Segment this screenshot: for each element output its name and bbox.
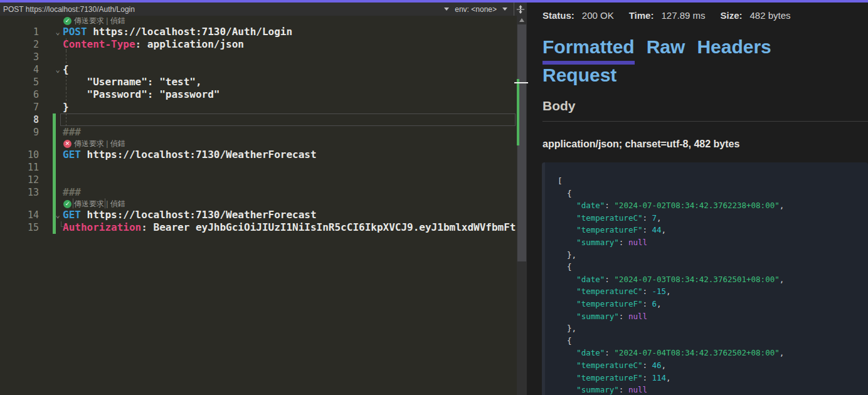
editor-line: 8 bbox=[0, 113, 516, 126]
split-layout-icon bbox=[516, 5, 525, 14]
editor-gutter: 15 bbox=[0, 221, 60, 234]
request-title: POST https://localhost:7130/Auth/Login bbox=[0, 5, 438, 14]
editor-line: 3 bbox=[0, 51, 516, 63]
code-line-content[interactable]: { bbox=[60, 63, 516, 76]
editor-gutter: 7 bbox=[0, 101, 60, 113]
content-type-summary: application/json; charset=utf-8, 482 byt… bbox=[542, 139, 868, 150]
git-change-bar bbox=[53, 161, 56, 174]
git-change-bar bbox=[53, 126, 56, 139]
tab-headers[interactable]: Headers bbox=[697, 36, 771, 61]
codelens-content: 傳送要求 | 偵錯 bbox=[60, 16, 516, 26]
line-number: 3 bbox=[0, 51, 39, 63]
editor-scrollbar[interactable] bbox=[517, 16, 527, 395]
codelens-row: 傳送要求 | 偵錯 bbox=[0, 139, 516, 149]
code-line-content[interactable]: "Username": "test", bbox=[60, 76, 516, 88]
debug-request-link[interactable]: 偵錯 bbox=[110, 199, 125, 209]
editor-line: 6 "Password": "password" bbox=[0, 88, 516, 101]
editor-line: 15Authorization: Bearer eyJhbGciOiJIUzI1… bbox=[0, 221, 516, 234]
codelens-content: 傳送要求 | 偵錯 bbox=[60, 139, 516, 149]
check-circle-icon bbox=[63, 200, 71, 208]
editor-gutter bbox=[0, 199, 60, 209]
line-number: 9 bbox=[0, 126, 39, 139]
send-request-link[interactable]: 傳送要求 bbox=[74, 199, 104, 209]
codelens-separator: | bbox=[104, 16, 110, 25]
line-number: 8 bbox=[0, 113, 39, 126]
code-line-content[interactable]: Authorization: Bearer eyJhbGciOiJIUzI1Ni… bbox=[60, 221, 516, 234]
debug-request-link[interactable]: 偵錯 bbox=[110, 139, 125, 149]
response-tabs: FormattedRawHeadersRequest bbox=[542, 36, 868, 89]
editor-rows: 傳送要求 | 偵錯1POST https://localhost:7130/Au… bbox=[0, 16, 516, 395]
editor-pane: POST https://localhost:7130/Auth/Login e… bbox=[0, 0, 527, 395]
code-line-content[interactable]: } bbox=[60, 101, 516, 113]
send-request-link[interactable]: 傳送要求 bbox=[74, 16, 104, 26]
response-json[interactable]: [ { "date": "2024-07-02T08:34:42.3762238… bbox=[542, 162, 868, 395]
editor-gutter: 2 bbox=[0, 38, 60, 51]
status-label: Status: bbox=[542, 10, 574, 21]
code-line-content[interactable]: ### bbox=[60, 126, 516, 139]
git-change-bar bbox=[53, 174, 56, 186]
tab-formatted[interactable]: Formatted bbox=[542, 36, 635, 65]
git-change-bar bbox=[53, 186, 56, 199]
scroll-up-icon[interactable] bbox=[519, 18, 524, 22]
line-number: 6 bbox=[0, 88, 39, 101]
editor-gutter: 11 bbox=[0, 161, 60, 174]
tab-request[interactable]: Request bbox=[542, 65, 617, 89]
x-circle-icon bbox=[63, 140, 71, 148]
line-number: 12 bbox=[0, 174, 39, 186]
editor-line: 14GET https://localhost:7130/WeatherFore… bbox=[0, 209, 516, 221]
code-line-content[interactable] bbox=[60, 174, 516, 186]
env-dropdown-chevron-icon[interactable] bbox=[502, 8, 507, 11]
overview-change-marker bbox=[517, 79, 519, 145]
time-value: 127.89 ms bbox=[661, 10, 705, 21]
code-line-content[interactable]: ### bbox=[60, 186, 516, 199]
check-circle-icon bbox=[63, 17, 71, 25]
indent-guide bbox=[66, 51, 66, 63]
editor-line: 11 bbox=[0, 161, 516, 174]
git-change-bar bbox=[53, 139, 56, 149]
code-line-content[interactable]: POST https://localhost:7130/Auth/Login bbox=[60, 26, 516, 38]
send-request-link[interactable]: 傳送要求 bbox=[74, 139, 104, 149]
editor-line: 13### bbox=[0, 186, 516, 199]
fold-guide bbox=[61, 221, 65, 227]
tab-raw[interactable]: Raw bbox=[647, 36, 685, 61]
line-number: 14 bbox=[0, 209, 39, 221]
editor-line: 12 bbox=[0, 174, 516, 186]
editor-gutter: 14 bbox=[0, 209, 60, 221]
editor-gutter: 5 bbox=[0, 76, 60, 88]
codelens-separator: | bbox=[104, 199, 110, 208]
editor-line: 10GET https://localhost:7130/WeatherFore… bbox=[0, 149, 516, 161]
code-line-content[interactable] bbox=[60, 51, 516, 63]
line-number: 11 bbox=[0, 161, 39, 174]
editor-line: 1POST https://localhost:7130/Auth/Login bbox=[0, 26, 516, 38]
git-change-bar bbox=[53, 113, 56, 126]
line-number: 4 bbox=[0, 63, 39, 76]
top-accent-bar bbox=[0, 0, 868, 3]
request-toolbar: POST https://localhost:7130/Auth/Login e… bbox=[0, 3, 527, 16]
body-heading: Body bbox=[542, 98, 868, 113]
code-line-content[interactable]: "Password": "password" bbox=[60, 88, 516, 101]
rest-client-window: POST https://localhost:7130/Auth/Login e… bbox=[0, 0, 868, 395]
editor-line: 2Content-Type: application/json bbox=[0, 38, 516, 51]
response-status-row: Status:200 OKTime:127.89 msSize:482 byte… bbox=[542, 10, 868, 21]
codelens-row: 傳送要求 | 偵錯 bbox=[0, 16, 516, 26]
code-line-content[interactable] bbox=[60, 161, 516, 174]
code-editor[interactable]: 傳送要求 | 偵錯1POST https://localhost:7130/Au… bbox=[0, 16, 527, 395]
code-line-content[interactable]: GET https://localhost:7130/WeatherForeca… bbox=[60, 149, 516, 161]
code-line-content[interactable] bbox=[60, 113, 516, 126]
indent-guide bbox=[66, 88, 66, 101]
env-selector[interactable]: env: <none> bbox=[455, 5, 497, 14]
editor-line: 9### bbox=[0, 126, 516, 139]
editor-gutter: 3 bbox=[0, 51, 60, 63]
line-number: 7 bbox=[0, 101, 39, 113]
code-line-content[interactable]: GET https://localhost:7130/WeatherForeca… bbox=[60, 209, 516, 221]
line-number: 1 bbox=[0, 26, 39, 38]
editor-gutter: 9 bbox=[0, 126, 60, 139]
editor-gutter bbox=[0, 16, 60, 26]
line-number: 10 bbox=[0, 149, 39, 161]
debug-request-link[interactable]: 偵錯 bbox=[110, 16, 125, 26]
request-dropdown-chevron-icon[interactable] bbox=[444, 8, 449, 11]
editor-line: 7} bbox=[0, 101, 516, 113]
toolbar-right-controls: env: <none> bbox=[438, 3, 527, 16]
split-layout-button[interactable] bbox=[514, 3, 527, 16]
code-line-content[interactable]: Content-Type: application/json bbox=[60, 38, 516, 51]
